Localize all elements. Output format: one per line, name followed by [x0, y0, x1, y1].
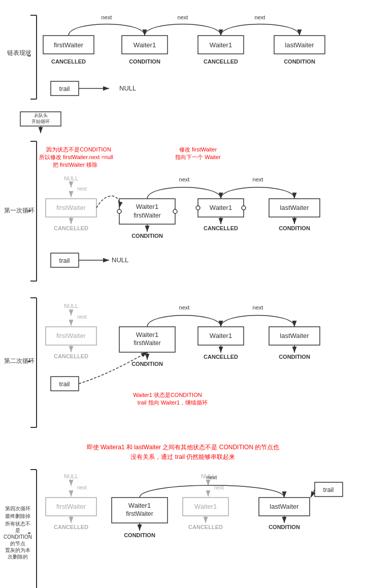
circle-left-w1fw: [117, 209, 121, 213]
svg-text:Waiter1: Waiter1: [210, 332, 232, 339]
svg-text:Waiter1: Waiter1: [128, 502, 151, 509]
separator-svg: 从队头 开始循环: [15, 111, 66, 136]
second-loop-svg: 第二次循环 NULL next firstWaiter CANCELLED Wa…: [0, 295, 366, 438]
page-container: 链表现状 firstWaiter CANCELLED Waiter1 CONDI…: [0, 0, 366, 588]
svg-text:trail 指向 Waiter1，继续循环: trail 指向 Waiter1，继续循环: [138, 399, 208, 406]
svg-text:firstWaiter: firstWaiter: [134, 339, 161, 347]
label-cancelled-4: CANCELLED: [54, 524, 88, 530]
svg-text:lastWaiter: lastWaiter: [270, 503, 299, 510]
circle-right-w1: [242, 206, 246, 210]
svg-text:next: next: [179, 176, 190, 182]
svg-text:next: next: [77, 485, 87, 490]
fourth-loop-label: 第四次循环: [5, 506, 30, 511]
svg-text:Waiter1: Waiter1: [136, 203, 158, 210]
svg-text:next: next: [207, 474, 217, 480]
svg-text:开始循环: 开始循环: [31, 119, 50, 124]
svg-text:NULL: NULL: [64, 473, 78, 479]
svg-text:所以修改 firstWaiter.next =null: 所以修改 firstWaiter.next =null: [39, 154, 113, 160]
svg-text:firstWaiter: firstWaiter: [54, 41, 84, 49]
label-cancelled-1: CANCELLED: [51, 58, 86, 65]
svg-line-76: [311, 489, 315, 498]
svg-text:是: 是: [15, 528, 20, 533]
svg-text:Waiter1: Waiter1: [194, 503, 217, 510]
svg-text:最终删除掉: 最终删除掉: [5, 513, 30, 519]
label-condition-w1fw-2: CONDITION: [131, 361, 163, 367]
label-cancelled-w1: CANCELLED: [204, 225, 238, 231]
note-text: 即使 Waitera1 和 lastWaiter 之间有其他状态不是 CONDI…: [30, 443, 336, 452]
svg-text:trail: trail: [59, 380, 70, 388]
svg-text:next: next: [77, 314, 87, 320]
svg-text:Waiter1: Waiter1: [210, 41, 232, 49]
svg-text:next: next: [102, 14, 112, 20]
svg-text:Waiter1: Waiter1: [210, 204, 232, 211]
svg-text:所有状态不: 所有状态不: [5, 521, 30, 527]
annotation-second-loop: Waiter1 状态是CONDITION: [133, 392, 202, 398]
svg-text:firstWaiter: firstWaiter: [134, 212, 161, 219]
svg-text:next: next: [255, 14, 265, 20]
note-text-2: 没有关系，通过 trail 仍然能够串联起来: [30, 452, 336, 462]
circle-left-w1: [196, 206, 200, 210]
chain-state-label: 链表现状: [7, 49, 31, 56]
label-condition-4: CONDITION: [124, 532, 155, 538]
label-cancelled-2nd: CANCELLED: [54, 353, 88, 359]
svg-text:firstWaiter: firstWaiter: [56, 204, 86, 211]
chain-state-svg: 链表现状 firstWaiter CANCELLED Waiter1 CONDI…: [0, 5, 366, 107]
svg-text:CONDITION: CONDITION: [4, 534, 32, 540]
svg-text:next: next: [253, 304, 263, 311]
svg-text:lastWaiter: lastWaiter: [280, 332, 309, 339]
svg-text:firstWaiter: firstWaiter: [126, 510, 153, 517]
arrow-fw-w1: [69, 24, 145, 36]
first-loop-svg: 第一次循环 因为状态不是CONDITION 所以修改 firstWaiter.n…: [0, 139, 366, 291]
svg-text:的节点: 的节点: [10, 541, 25, 546]
null-label-1: NULL: [119, 84, 136, 92]
svg-text:trail: trail: [323, 486, 334, 493]
svg-text:置灰的为本: 置灰的为本: [5, 547, 30, 553]
svg-text:firstWaiter: firstWaiter: [56, 503, 86, 510]
svg-text:next: next: [179, 304, 190, 311]
null-above-fw: NULL: [64, 175, 78, 181]
svg-text:从队头: 从队头: [34, 113, 48, 118]
label-cancelled-fw-grey: CANCELLED: [54, 225, 88, 231]
section-fourth-loop: 第四次循环 最终删除掉 所有状态不 是 CONDITION 的节点 置灰的为本 …: [0, 467, 366, 588]
dashed-arrow-trail: [79, 352, 147, 384]
svg-text:next: next: [253, 176, 263, 182]
svg-text:firstWaiter: firstWaiter: [56, 332, 86, 339]
annotation-right: 修改 firstWaiter: [179, 146, 217, 152]
separator-section: 从队头 开始循环: [15, 111, 366, 136]
svg-text:次删除的: 次删除的: [8, 554, 28, 560]
label-cancelled-w1-2: CANCELLED: [204, 354, 238, 360]
arrow-w1fw-w1: [147, 188, 221, 199]
svg-text:trail: trail: [59, 85, 70, 92]
section-first-loop: 第一次循环 因为状态不是CONDITION 所以修改 firstWaiter.n…: [0, 139, 366, 291]
svg-text:lastWaiter: lastWaiter: [280, 204, 309, 211]
section-chain-state: 链表现状 firstWaiter CANCELLED Waiter1 CONDI…: [0, 5, 366, 107]
svg-text:next: next: [77, 186, 87, 192]
label-cancelled-w1-4: CANCELLED: [188, 524, 223, 530]
section-second-loop: 第二次循环 NULL next firstWaiter CANCELLED Wa…: [0, 295, 366, 438]
annotation-left: 因为状态不是CONDITION: [46, 146, 111, 152]
label-condition-lw: CONDITION: [279, 225, 310, 231]
svg-text:Waiter1: Waiter1: [134, 41, 156, 49]
arrow-w1-lw: [221, 188, 294, 199]
text-note-section: 即使 Waitera1 和 lastWaiter 之间有其他状态不是 CONDI…: [30, 443, 336, 462]
label-cancelled-2: CANCELLED: [204, 58, 238, 65]
label-condition-2: CONDITION: [284, 58, 315, 65]
label-condition-lw-2: CONDITION: [279, 354, 310, 360]
dashed-arrow-fw: [96, 196, 120, 208]
null-above-fw-2: NULL: [64, 303, 78, 309]
second-loop-label: 第二次循环: [4, 357, 35, 364]
svg-text:把 firstWaiter 移除: 把 firstWaiter 移除: [53, 162, 97, 168]
fourth-loop-svg: 第四次循环 最终删除掉 所有状态不 是 CONDITION 的节点 置灰的为本 …: [0, 467, 366, 588]
label-condition-lw-4: CONDITION: [269, 524, 300, 530]
arrow-w1b-lw: [221, 24, 300, 36]
svg-text:trail: trail: [59, 257, 70, 264]
svg-text:Waiter1: Waiter1: [136, 331, 158, 338]
arrow-w1a-w1b: [145, 24, 221, 36]
svg-text:next: next: [178, 14, 188, 20]
first-loop-label: 第一次循环: [4, 207, 35, 214]
circle-right-w1fw: [173, 209, 177, 213]
label-condition-1: CONDITION: [129, 58, 160, 65]
null-label-2: NULL: [112, 256, 128, 264]
label-condition-w1fw: CONDITION: [131, 233, 163, 239]
svg-text:lastWaiter: lastWaiter: [285, 41, 314, 49]
